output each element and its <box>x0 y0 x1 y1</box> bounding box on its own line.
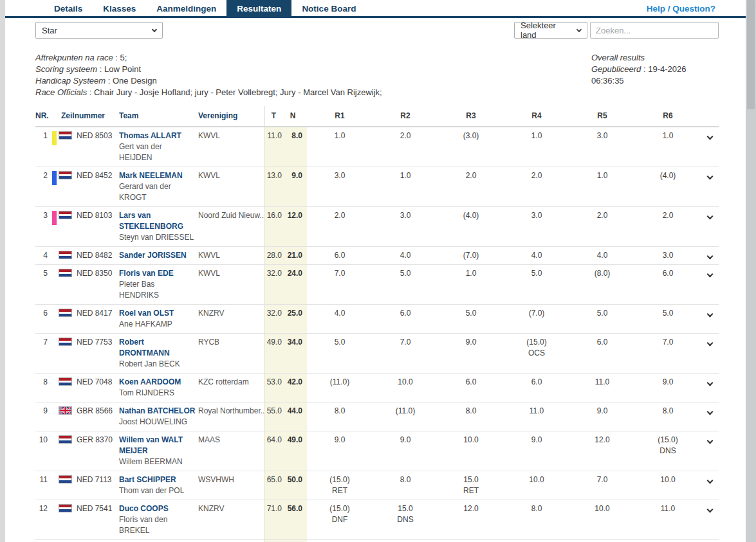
race-score-value: 2.0 <box>307 210 373 221</box>
class-select[interactable]: Star <box>35 22 163 39</box>
rank-number: 11 <box>35 471 52 500</box>
race-score-value: (4.0) <box>438 210 504 221</box>
header-marker-spacer <box>52 106 59 126</box>
race-score-r6: 9.0 <box>635 374 701 402</box>
marker-cell <box>52 247 59 264</box>
race-score-r3: 5.0 <box>438 305 504 333</box>
race-score-value: 2.0 <box>438 170 504 181</box>
skipper-name: Lars van STEKELENBORG <box>119 210 196 232</box>
expand-row-button[interactable] <box>701 305 719 333</box>
crew-name: Robert Jan BECK <box>119 359 196 370</box>
marker-cell <box>52 334 59 373</box>
race-score-value: 15.0 <box>373 503 438 514</box>
skipper-name: Roel van OLST <box>119 308 196 319</box>
skipper-name: Nathan BATCHELOR <box>119 406 196 417</box>
country-select-value: Selekteer land <box>521 21 572 40</box>
race-score-value: (8.0) <box>569 268 635 279</box>
expand-row-button[interactable] <box>701 500 719 539</box>
race-scores: (15.0)DNF15.0DNS12.08.010.011.0 <box>307 500 701 539</box>
race-score-value: (15.0) <box>504 337 569 348</box>
race-score-value: 4.0 <box>307 308 373 319</box>
skipper-name: Robert DRONTMANN <box>119 337 196 359</box>
marker-cell <box>52 167 59 206</box>
race-score-r2: 5.0 <box>373 265 438 304</box>
header-race-r2: R2 <box>373 106 438 126</box>
sail-number: NED 8503 <box>77 127 119 167</box>
race-score-r5: 7.0 <box>569 471 635 500</box>
chevron-down-icon <box>706 380 713 386</box>
race-score-value: 5.0 <box>569 308 635 319</box>
scrollbar-thumb[interactable] <box>747 0 755 109</box>
flag-cell <box>59 207 77 246</box>
race-score-value: 6.0 <box>635 268 701 279</box>
club-name: KWVL <box>198 247 264 264</box>
expand-row-button[interactable] <box>701 334 719 373</box>
race-score-r6: (4.0) <box>635 167 701 206</box>
club-name: WSVHWH <box>198 471 264 500</box>
race-score-value: (15.0) <box>307 503 373 514</box>
club-name: KZC rotterdam <box>198 374 264 402</box>
flag-ned-icon <box>59 338 72 346</box>
expand-row-button[interactable] <box>701 127 719 167</box>
tab-klasses[interactable]: Klasses <box>93 0 146 16</box>
tab-aanmeldingen[interactable]: Aanmeldingen <box>146 0 226 16</box>
total-points: 49.0 <box>264 334 283 373</box>
tab-notice-board[interactable]: Notice Board <box>291 0 366 16</box>
scrollbar[interactable] <box>746 0 756 542</box>
team-cell: Roel van OLSTAne HAFKAMP <box>119 305 198 333</box>
total-points: 32.0 <box>264 265 283 304</box>
result-row: 4NED 8482Sander JORISSENKWVL28.021.06.04… <box>35 247 719 265</box>
expand-row-button[interactable] <box>701 374 719 402</box>
help-question-link[interactable]: Help / Question? <box>647 0 715 16</box>
net-points: 56.0 <box>283 500 307 539</box>
sail-number: NED 7113 <box>77 471 119 500</box>
expand-row-button[interactable] <box>701 431 719 471</box>
header-club: Vereniging <box>198 106 264 126</box>
race-scores: 7.05.01.05.0(8.0)6.0 <box>307 265 701 304</box>
tab-resultaten[interactable]: Resultaten <box>226 0 291 16</box>
race-score-r1: 7.0 <box>307 265 373 304</box>
marker-cell <box>52 500 59 539</box>
expand-row-button[interactable] <box>701 265 719 304</box>
sail-number: NED 8452 <box>77 167 119 206</box>
net-points: 9.0 <box>283 167 307 206</box>
race-score-r6: 6.0 <box>635 265 701 304</box>
race-score-r1: 8.0 <box>307 402 373 431</box>
total-points: 65.0 <box>264 471 283 500</box>
tab-details[interactable]: Details <box>44 0 93 16</box>
net-points: 25.0 <box>283 305 307 333</box>
result-row: 11NED 7113Bart SCHIPPERThom van der POLW… <box>35 471 719 500</box>
expand-row-button[interactable] <box>701 207 719 246</box>
expand-row-button[interactable] <box>701 402 719 431</box>
rank-number: 8 <box>35 374 52 402</box>
race-score-value: 8.0 <box>373 474 438 485</box>
net-points: 21.0 <box>283 247 307 264</box>
race-scores: 9.09.010.09.012.0(15.0)DNS <box>307 431 701 471</box>
race-score-r3: 9.0 <box>438 334 504 373</box>
expand-row-button[interactable] <box>701 167 719 206</box>
race-score-value: 4.0 <box>504 250 569 261</box>
race-score-r4: 9.0 <box>504 431 569 471</box>
chevron-down-icon <box>706 438 713 444</box>
country-select[interactable]: Selekteer land <box>514 22 587 39</box>
race-score-value: 4.0 <box>373 250 438 261</box>
race-score-value: 7.0 <box>569 474 635 485</box>
flag-cell <box>59 402 77 431</box>
tab-bar: DetailsKlassesAanmeldingenResultatenNoti… <box>5 0 746 18</box>
search-input[interactable] <box>590 22 719 39</box>
crew-name: Steyn van DRIESSEL <box>119 232 196 243</box>
header-chevron-spacer <box>701 106 719 126</box>
crew-name: Willem BEERMAN <box>119 456 196 467</box>
sail-number: NED 7753 <box>77 334 119 373</box>
race-score-r1: (15.0)DNF <box>307 500 373 539</box>
expand-row-button[interactable] <box>701 471 719 500</box>
net-points: 24.0 <box>283 265 307 304</box>
chevron-down-icon <box>706 253 713 260</box>
team-cell: Floris van EDEPieter Bas HENDRIKS <box>119 265 198 304</box>
race-score-r3: 10.0 <box>438 431 504 471</box>
info-value: : Low Point <box>97 64 141 74</box>
result-row: 1NED 8503Thomas ALLARTGert van der HEIJD… <box>35 127 719 167</box>
race-score-code: DNS <box>635 446 701 456</box>
race-score-value: 12.0 <box>438 503 504 514</box>
expand-row-button[interactable] <box>701 247 719 264</box>
